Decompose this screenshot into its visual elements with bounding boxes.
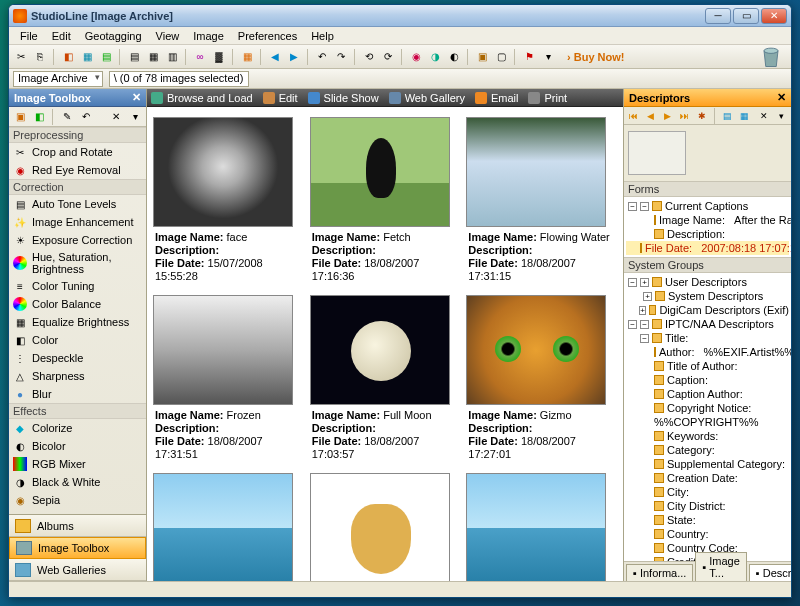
- tree-node[interactable]: −−IPTC/NAA Descriptors: [626, 317, 789, 331]
- tool-redeye[interactable]: ◉Red Eye Removal: [9, 161, 146, 179]
- tree-field[interactable]: Title of Author:: [626, 359, 789, 373]
- tool-icon[interactable]: ◧: [31, 109, 47, 125]
- thumbnail-image[interactable]: [310, 117, 450, 227]
- thumbnail-card[interactable]: Image Name: Flowing WaterDescription: Fi…: [466, 117, 617, 287]
- tree-field[interactable]: Creation Date:: [626, 471, 789, 485]
- btn-email[interactable]: Email: [475, 92, 519, 104]
- tab-descriptors[interactable]: ▪Descript...: [749, 564, 791, 581]
- undo-icon[interactable]: ↶: [314, 49, 330, 65]
- tool-icon[interactable]: ▣: [12, 109, 28, 125]
- btn-slideshow[interactable]: Slide Show: [308, 92, 379, 104]
- thumbnail-image[interactable]: [310, 473, 450, 581]
- tree-node[interactable]: +System Descriptors: [626, 289, 789, 303]
- menu-geotagging[interactable]: Geotagging: [78, 30, 149, 42]
- tree-field[interactable]: Category:: [626, 443, 789, 457]
- cut-icon[interactable]: ✂: [13, 49, 29, 65]
- view-icon[interactable]: ▦: [145, 49, 161, 65]
- tool-bicolor[interactable]: ◐Bicolor: [9, 437, 146, 455]
- thumbnail-card[interactable]: [153, 473, 304, 581]
- close-icon[interactable]: ✕: [132, 91, 141, 104]
- gear-icon[interactable]: ✱: [695, 108, 709, 124]
- redo-icon[interactable]: ↷: [333, 49, 349, 65]
- tool-blur[interactable]: ●Blur: [9, 385, 146, 403]
- thumbnail-image[interactable]: [466, 295, 606, 405]
- tree-field[interactable]: City:: [626, 485, 789, 499]
- brush-icon[interactable]: ✎: [59, 109, 75, 125]
- tool-cbalance[interactable]: Color Balance: [9, 295, 146, 313]
- tool-icon[interactable]: ▦: [79, 49, 95, 65]
- tool-icon[interactable]: ◐: [446, 49, 462, 65]
- btn-print[interactable]: Print: [528, 92, 567, 104]
- close-icon[interactable]: ✕: [777, 91, 786, 104]
- tree-field[interactable]: %%COPYRIGHT%%: [626, 415, 789, 429]
- rotate-cw-icon[interactable]: ⟳: [380, 49, 396, 65]
- delete-icon[interactable]: ✕: [757, 108, 771, 124]
- tree-node[interactable]: +DigiCam Descriptors (Exif): [626, 303, 789, 317]
- tool-eqbright[interactable]: ▦Equalize Brightness: [9, 313, 146, 331]
- tool-colorize[interactable]: ◆Colorize: [9, 419, 146, 437]
- thumbnail-image[interactable]: [153, 473, 293, 581]
- tool-rgbmix[interactable]: RGB Mixer: [9, 455, 146, 473]
- tab-information[interactable]: ▪Informa...: [626, 564, 693, 581]
- tool-icon[interactable]: ◧: [60, 49, 76, 65]
- panel-albums[interactable]: Albums: [9, 515, 146, 537]
- tool-crop[interactable]: ✂Crop and Rotate: [9, 143, 146, 161]
- tool-exposure[interactable]: ☀Exposure Correction: [9, 231, 146, 249]
- buy-now-link[interactable]: › Buy Now!: [561, 51, 630, 63]
- menu-help[interactable]: Help: [304, 30, 341, 42]
- menu-edit[interactable]: Edit: [45, 30, 78, 42]
- close-icon[interactable]: ✕: [108, 109, 124, 125]
- tree-field[interactable]: Caption:: [626, 373, 789, 387]
- menu-image[interactable]: Image: [186, 30, 231, 42]
- btn-webgallery[interactable]: Web Gallery: [389, 92, 465, 104]
- tool-color[interactable]: ◧Color: [9, 331, 146, 349]
- tab-imagetool[interactable]: ▪Image T...: [695, 552, 746, 581]
- tree-field[interactable]: Author: %%EXIF.Artist%%: [626, 345, 789, 359]
- tool-sepia[interactable]: ◉Sepia: [9, 491, 146, 509]
- tree-field[interactable]: City District:: [626, 499, 789, 513]
- tree-node[interactable]: −+User Descriptors: [626, 275, 789, 289]
- btn-browse[interactable]: Browse and Load: [151, 92, 253, 104]
- tool-icon[interactable]: ◉: [408, 49, 424, 65]
- flag-icon[interactable]: ⚑: [521, 49, 537, 65]
- tree-field[interactable]: Country:: [626, 527, 789, 541]
- tool-ctuning[interactable]: ≡Color Tuning: [9, 277, 146, 295]
- descriptor-tree[interactable]: −+User Descriptors +System Descriptors +…: [624, 273, 791, 561]
- minimize-button[interactable]: ─: [705, 8, 731, 24]
- thumbnail-card[interactable]: Image Name: FetchDescription: File Date:…: [310, 117, 461, 287]
- tree-field[interactable]: Caption Author:: [626, 387, 789, 401]
- thumbnail-image[interactable]: [153, 117, 293, 227]
- view-icon[interactable]: ▤: [126, 49, 142, 65]
- tree-node[interactable]: −Title:: [626, 331, 789, 345]
- menu-icon[interactable]: ▾: [774, 108, 788, 124]
- view-icon[interactable]: ▥: [164, 49, 180, 65]
- nav-next-icon[interactable]: ▶: [661, 108, 675, 124]
- close-button[interactable]: ✕: [761, 8, 787, 24]
- thumbnail-grid[interactable]: Image Name: faceDescription: File Date: …: [147, 107, 623, 581]
- menu-view[interactable]: View: [149, 30, 187, 42]
- tool-icon[interactable]: ▣: [474, 49, 490, 65]
- path-field[interactable]: \ (0 of 78 images selected): [109, 71, 249, 87]
- nav-first-icon[interactable]: ⏮: [627, 108, 641, 124]
- rotate-ccw-icon[interactable]: ⟲: [361, 49, 377, 65]
- thumbnail-card[interactable]: Image Name: GizmoDescription: File Date:…: [466, 295, 617, 465]
- tool-despeckle[interactable]: ⋮Despeckle: [9, 349, 146, 367]
- grid-icon[interactable]: ▦: [239, 49, 255, 65]
- thumbnail-card[interactable]: Image Name: FrozenDescription: File Date…: [153, 295, 304, 465]
- tool-icon[interactable]: ▤: [720, 108, 734, 124]
- tree-field[interactable]: Keywords:: [626, 429, 789, 443]
- btn-edit[interactable]: Edit: [263, 92, 298, 104]
- thumbnail-card[interactable]: Image Name: faceDescription: File Date: …: [153, 117, 304, 287]
- tree-field[interactable]: Description:: [626, 227, 789, 241]
- undo-icon[interactable]: ↶: [78, 109, 94, 125]
- thumbnail-card[interactable]: Image Name: Full MoonDescription: File D…: [310, 295, 461, 465]
- panel-toolbox[interactable]: Image Toolbox: [9, 537, 146, 559]
- tree-field-filedate[interactable]: File Date: 2007:08:18 17:07:19: [626, 241, 789, 255]
- maximize-button[interactable]: ▭: [733, 8, 759, 24]
- tree-node[interactable]: −−Current Captions: [626, 199, 789, 213]
- copy-icon[interactable]: ⎘: [32, 49, 48, 65]
- thumbnail-card[interactable]: [466, 473, 617, 581]
- nav-back-icon[interactable]: ◀: [267, 49, 283, 65]
- tool-icon[interactable]: ▢: [493, 49, 509, 65]
- tool-enhance[interactable]: ✨Image Enhancement: [9, 213, 146, 231]
